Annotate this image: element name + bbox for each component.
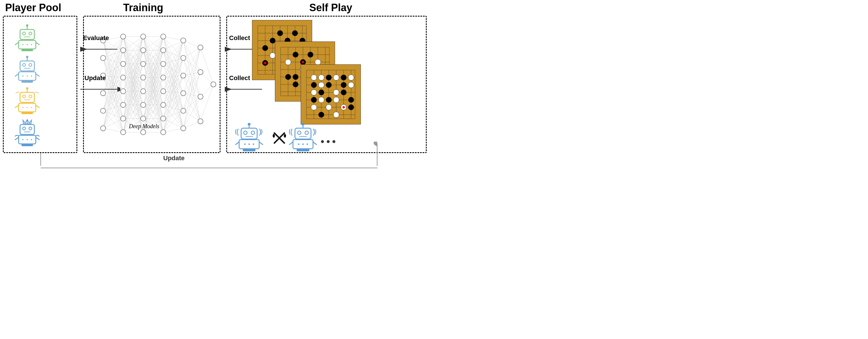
svg-point-155 [341,90,346,95]
svg-point-167 [342,106,345,108]
svg-point-16 [23,64,26,66]
svg-point-142 [318,75,324,80]
svg-point-166 [333,112,339,117]
bottom-update-arrow-right [374,142,381,166]
svg-point-78 [270,38,276,43]
svg-rect-35 [22,112,33,114]
svg-point-27 [26,87,28,90]
svg-point-145 [341,75,346,80]
svg-point-153 [318,90,324,95]
svg-point-148 [318,82,324,88]
green-robot-icon [14,24,40,52]
svg-rect-48 [22,144,33,146]
diagram: Player Pool Training Self Play [0,0,434,170]
svg-line-175 [236,142,239,145]
svg-point-29 [23,95,26,98]
update-training-label: Update [85,74,106,82]
svg-point-25 [31,75,32,77]
svg-point-86 [270,53,276,58]
svg-point-42 [23,127,26,130]
svg-line-7 [15,42,19,45]
svg-point-146 [348,75,354,80]
svg-point-36 [22,107,24,108]
svg-point-4 [29,32,32,35]
svg-point-119 [285,74,291,80]
svg-line-46 [15,137,19,140]
svg-point-165 [318,112,324,117]
svg-point-198 [333,140,335,143]
svg-point-161 [311,104,317,110]
svg-point-179 [249,144,250,145]
svg-point-11 [27,44,28,45]
svg-line-8 [36,42,39,45]
svg-point-10 [22,44,24,45]
svg-point-112 [285,59,291,65]
svg-point-194 [302,144,304,145]
svg-point-91 [264,62,266,64]
evaluate-arrow [77,44,120,54]
svg-point-81 [292,30,298,36]
svg-point-51 [31,139,32,140]
svg-point-77 [262,45,268,51]
svg-point-160 [348,97,354,103]
svg-point-150 [341,82,346,88]
deep-models-label: Deep Models [129,123,159,130]
svg-line-47 [36,137,39,140]
svg-point-49 [22,139,24,140]
svg-point-79 [277,30,283,36]
bottom-update-arrow-horizontal [37,165,381,170]
svg-rect-177 [243,149,255,151]
svg-point-156 [311,97,317,103]
svg-rect-192 [297,149,309,151]
svg-line-34 [36,105,39,108]
svg-rect-28 [20,92,34,102]
svg-point-162 [326,104,332,110]
svg-point-196 [321,140,324,143]
svg-point-123 [302,61,304,63]
svg-point-178 [244,144,246,145]
svg-rect-2 [20,30,34,39]
svg-point-122 [293,81,299,87]
blue-robot-icon [14,56,40,83]
svg-line-176 [259,142,263,145]
svg-rect-41 [20,125,34,134]
collect-bottom-arrow [222,84,265,94]
svg-line-191 [313,142,317,145]
svg-point-30 [29,95,32,98]
svg-line-21 [36,74,39,76]
svg-point-141 [311,75,317,80]
svg-point-164 [348,104,354,110]
self-play-robot-left [235,123,264,153]
svg-point-151 [348,82,354,88]
svg-point-159 [333,97,339,103]
self-play-robot-right [289,123,317,153]
battle-icon [272,130,287,146]
svg-point-3 [23,32,26,35]
svg-point-197 [327,140,330,143]
svg-point-180 [253,144,254,145]
more-dots [320,137,337,146]
svg-point-152 [311,90,317,95]
blue-champion-robot-icon [14,119,40,149]
update-training-arrow [77,84,120,94]
svg-point-172 [251,131,255,134]
svg-line-33 [15,105,19,108]
svg-rect-22 [22,80,33,83]
player-pool-box [3,16,77,153]
svg-point-37 [27,107,28,108]
collect-top-label: Collect [229,34,250,42]
svg-point-17 [29,64,32,66]
yellow-robot-icon [14,87,40,114]
svg-point-187 [305,131,308,134]
svg-rect-124 [301,64,361,125]
collect-bottom-label: Collect [229,74,250,82]
svg-point-144 [333,75,339,80]
svg-point-115 [293,74,299,80]
svg-point-43 [29,127,32,130]
svg-point-154 [333,90,339,95]
svg-point-169 [248,123,251,126]
update-bottom-label: Update [163,155,185,162]
svg-point-195 [307,144,308,145]
bottom-update-arrow-left [37,153,44,166]
svg-point-149 [326,82,332,88]
